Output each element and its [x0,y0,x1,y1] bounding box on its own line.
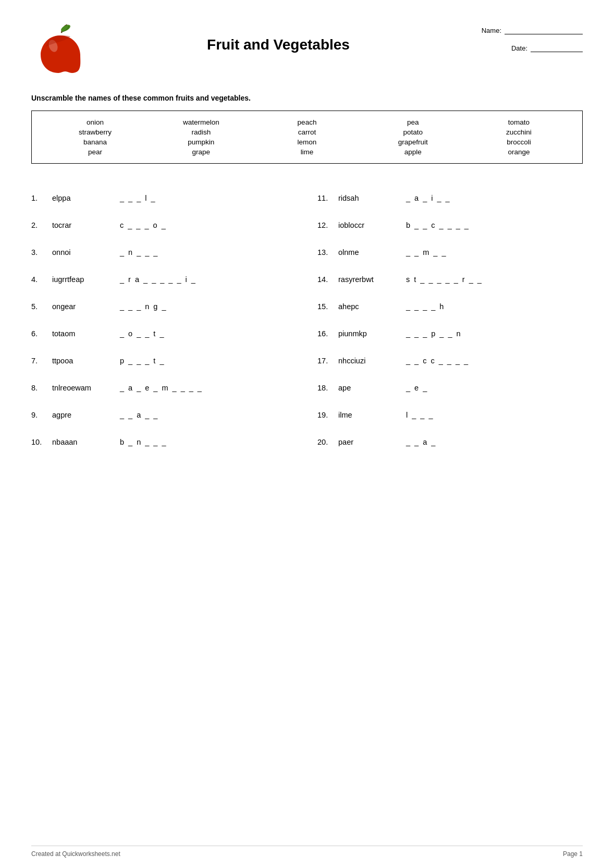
word-col-4: tomatozucchinibroccoliorange [466,118,572,156]
question-number: 17. [317,357,333,365]
question-answer: p _ _ _ t _ [120,357,297,365]
word-item: carrot [298,128,316,136]
question-number: 20. [317,438,333,446]
question-item: 14. rasyrerbwt s t _ _ _ _ _ r _ _ [317,266,583,293]
question-number: 6. [31,329,47,338]
question-answer: c _ _ _ o _ [120,221,297,229]
question-answer: _ _ a _ [406,438,583,446]
question-scrambled: paer [338,438,401,446]
word-item: radish [191,128,211,136]
question-scrambled: nhcciuzi [338,357,401,365]
question-answer: _ _ m _ _ [406,248,583,256]
question-number: 3. [31,248,47,256]
question-answer: _ _ c c _ _ _ _ [406,357,583,365]
word-item: peach [298,118,317,126]
question-number: 1. [31,194,47,202]
name-label: Name: [482,27,501,34]
word-item: pea [407,118,419,126]
question-item: 1. elppa _ _ _ l _ [31,185,297,212]
footer-right: Page 1 [563,850,583,858]
date-label: Date: [511,44,527,52]
word-item: grape [192,148,211,156]
question-number: 4. [31,275,47,284]
question-number: 8. [31,384,47,392]
question-scrambled: ahepc [338,302,401,311]
footer-left: Created at Quickworksheets.net [31,850,120,858]
name-underline [505,26,583,34]
question-answer: _ a _ e _ m _ _ _ _ [120,384,297,392]
question-answer: _ _ _ p _ _ n [406,329,583,338]
question-number: 15. [317,302,333,311]
question-answer: b _ n _ _ _ [120,438,297,446]
question-item: 4. iugrrtfeap _ r a _ _ _ _ _ i _ [31,266,297,293]
question-number: 16. [317,329,333,338]
question-scrambled: ridsah [338,194,401,202]
question-item: 3. onnoi _ n _ _ _ [31,239,297,266]
question-number: 7. [31,357,47,365]
word-item: lime [301,148,314,156]
footer: Created at Quickworksheets.net Page 1 [31,846,583,858]
question-scrambled: ongear [52,302,115,311]
question-item: 13. olnme _ _ m _ _ [317,239,583,266]
word-item: banana [83,138,107,146]
word-col-3: peapotatograpefruitapple [360,118,466,156]
title-block: Fruit and Vegetables [89,21,468,53]
question-scrambled: piunmkp [338,329,401,338]
question-item: 17. nhcciuzi _ _ c c _ _ _ _ [317,347,583,374]
apple-icon [31,21,89,78]
page-title: Fruit and Vegetables [207,36,350,53]
question-scrambled: ilme [338,411,401,419]
question-scrambled: elppa [52,194,115,202]
question-number: 19. [317,411,333,419]
question-item: 20. paer _ _ a _ [317,429,583,456]
word-item: broccoli [507,138,531,146]
question-scrambled: agpre [52,411,115,419]
question-number: 18. [317,384,333,392]
question-answer: _ e _ [406,384,583,392]
word-item: watermelon [183,118,219,126]
question-number: 12. [317,221,333,229]
word-item: orange [508,148,530,156]
question-number: 10. [31,438,47,446]
word-item: onion [87,118,104,126]
word-item: tomato [508,118,530,126]
name-date-block: Name: Date: [468,21,583,52]
question-answer: _ _ _ n g _ [120,302,297,311]
question-number: 9. [31,411,47,419]
word-item: zucchini [506,128,532,136]
question-answer: _ _ a _ _ [120,411,297,419]
question-item: 9. agpre _ _ a _ _ [31,401,297,429]
question-number: 11. [317,194,333,202]
question-item: 8. tnlreoewam _ a _ e _ m _ _ _ _ [31,374,297,401]
word-item: lemon [298,138,317,146]
question-scrambled: nbaaan [52,438,115,446]
question-answer: _ r a _ _ _ _ _ i _ [120,275,297,284]
question-answer: l _ _ _ [406,411,583,419]
question-scrambled: rasyrerbwt [338,275,401,284]
question-scrambled: ape [338,384,401,392]
word-col-1: watermelonradishpumpkingrape [148,118,254,156]
question-scrambled: ttpooa [52,357,115,365]
question-item: 18. ape _ e _ [317,374,583,401]
question-answer: _ _ _ _ h [406,302,583,311]
questions-grid: 1. elppa _ _ _ l _ 11. ridsah _ a _ i _ … [31,185,583,456]
question-item: 10. nbaaan b _ n _ _ _ [31,429,297,456]
question-item: 5. ongear _ _ _ n g _ [31,293,297,320]
date-line: Date: [468,44,583,52]
question-number: 5. [31,302,47,311]
header: Fruit and Vegetables Name: Date: [31,21,583,78]
instruction: Unscramble the names of these common fru… [31,94,583,102]
question-item: 12. iobloccr b _ _ c _ _ _ _ [317,212,583,239]
word-bank: onionstrawberrybananapearwatermelonradis… [31,111,583,164]
word-item: pumpkin [188,138,214,146]
question-item: 16. piunmkp _ _ _ p _ _ n [317,320,583,347]
word-col-2: peachcarrotlemonlime [254,118,360,156]
word-item: apple [404,148,422,156]
question-scrambled: tnlreoewam [52,384,115,392]
question-item: 2. tocrar c _ _ _ o _ [31,212,297,239]
name-line: Name: [468,26,583,34]
word-col-0: onionstrawberrybananapear [42,118,148,156]
date-underline [531,44,583,52]
question-item: 15. ahepc _ _ _ _ h [317,293,583,320]
question-answer: _ _ _ l _ [120,194,297,202]
